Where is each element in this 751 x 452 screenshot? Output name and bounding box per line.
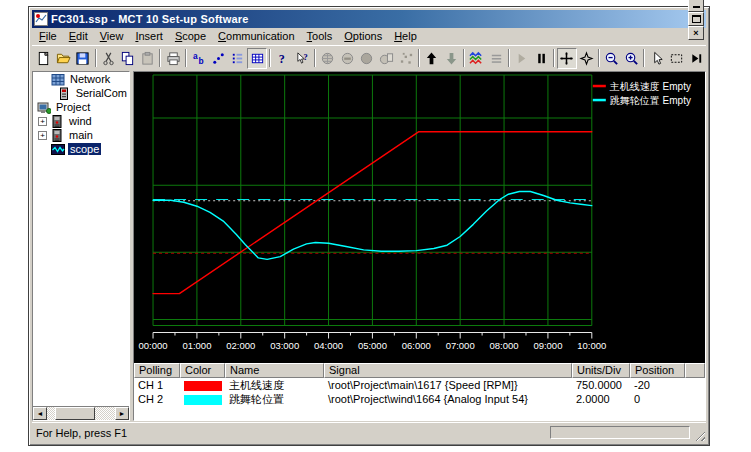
- statusbar: For Help, press F1: [32, 422, 706, 442]
- menu-item-options[interactable]: Options: [338, 29, 388, 43]
- menu-item-communication[interactable]: Communication: [212, 29, 300, 43]
- tree-item-wind[interactable]: +wind: [33, 114, 129, 128]
- param-setup-button[interactable]: ab: [189, 48, 209, 69]
- param-dots-button[interactable]: [208, 48, 228, 69]
- status-progress-box: [550, 426, 690, 439]
- tree-item-main[interactable]: +main: [33, 128, 129, 142]
- expand-toggle-icon[interactable]: +: [38, 117, 47, 126]
- project-computer-icon: [37, 101, 51, 114]
- new-button[interactable]: [34, 48, 54, 69]
- x-tick-label: 08:000: [490, 340, 519, 351]
- zoom-in-icon: [624, 51, 639, 66]
- column-header-color[interactable]: Color: [180, 363, 225, 378]
- column-header-units-div[interactable]: Units/Div: [572, 363, 630, 378]
- lines-icon: [489, 51, 504, 66]
- pause-poll-button[interactable]: [532, 48, 552, 69]
- menu-item-file[interactable]: File: [33, 29, 63, 43]
- help-button[interactable]: ?: [273, 48, 293, 69]
- column-header-signal[interactable]: Signal: [324, 363, 572, 378]
- minimize-button[interactable]: [688, 0, 704, 12]
- status-text: For Help, press F1: [36, 427, 127, 439]
- menu-item-edit[interactable]: Edit: [63, 29, 94, 43]
- print-button[interactable]: [163, 48, 183, 69]
- tree-hscrollbar[interactable]: ◄ ►: [33, 406, 129, 420]
- connect-button[interactable]: [318, 48, 338, 69]
- write-to-drive-button[interactable]: [422, 48, 442, 69]
- scrollbar-track[interactable]: [47, 407, 115, 420]
- channel-row-ch1[interactable]: CH 1主机线速度\root\Project\main\1617 {Speed …: [134, 378, 705, 392]
- stop-comm-button[interactable]: [338, 48, 358, 69]
- pan-button[interactable]: [557, 48, 577, 69]
- cut-button[interactable]: [99, 48, 119, 69]
- read-from-drive-button[interactable]: [441, 48, 461, 69]
- tree-item-project[interactable]: Project: [33, 100, 129, 114]
- x-tick-label: 01:000: [182, 340, 211, 351]
- zoom-out-icon: [604, 51, 619, 66]
- context-help-button[interactable]: ?: [293, 48, 313, 69]
- param-grid-button[interactable]: [247, 48, 267, 69]
- compare-button[interactable]: [396, 48, 416, 69]
- menu-item-scope[interactable]: Scope: [169, 29, 212, 43]
- cell-name: 跳舞轮位置: [225, 392, 324, 406]
- copy-button[interactable]: [118, 48, 138, 69]
- x-tick-label: 06:000: [402, 340, 431, 351]
- channel-row-ch2[interactable]: CH 2跳舞轮位置\root\Project\wind\1664 {Analog…: [134, 392, 705, 406]
- menu-item-tools[interactable]: Tools: [301, 29, 339, 43]
- param-list-button[interactable]: [228, 48, 248, 69]
- cell-units-div: 2.0000: [572, 392, 630, 406]
- record-button[interactable]: [357, 48, 377, 69]
- expand-toggle-icon[interactable]: +: [38, 131, 47, 140]
- drive-device-icon: [50, 115, 64, 128]
- step-end-button[interactable]: [686, 48, 706, 69]
- menu-item-insert[interactable]: Insert: [129, 29, 169, 43]
- open-button[interactable]: [54, 48, 74, 69]
- start-poll-button[interactable]: [512, 48, 532, 69]
- play-icon: [514, 51, 529, 66]
- menu-item-help[interactable]: Help: [388, 29, 423, 43]
- maximize-button[interactable]: [688, 12, 704, 26]
- pointer-button[interactable]: [647, 48, 667, 69]
- globe-icon: [320, 51, 335, 66]
- tree-item-label: Network: [68, 73, 112, 85]
- tree-item-serialcom[interactable]: SerialCom: [33, 86, 129, 100]
- tree-item-network[interactable]: Network: [33, 72, 129, 86]
- scope-wave-icon: [51, 143, 65, 156]
- scroll-right-button[interactable]: ►: [115, 407, 129, 420]
- menu-item-view[interactable]: View: [94, 29, 130, 43]
- scrollbar-thumb[interactable]: [55, 407, 95, 420]
- zoom-out-button[interactable]: [602, 48, 622, 69]
- tree-item-scope[interactable]: scope: [33, 142, 129, 156]
- channel-color-swatch: [184, 381, 222, 391]
- titlebar[interactable]: FC301.ssp - MCT 10 Set-up Software ×: [32, 10, 706, 28]
- x-tick-label: 02:000: [226, 340, 255, 351]
- save-button[interactable]: [73, 48, 93, 69]
- scope-list-button[interactable]: [486, 48, 506, 69]
- scope-chart-area[interactable]: 00:00001:00002:00003:00004:00005:00006:0…: [134, 72, 705, 363]
- export-button[interactable]: [377, 48, 397, 69]
- new-file-icon: [36, 51, 51, 66]
- circle-page-icon: [379, 51, 394, 66]
- toolbar-separator: [553, 49, 555, 67]
- column-header-polling[interactable]: Polling: [134, 363, 180, 378]
- copy-icon: [120, 51, 135, 66]
- cell-polling: CH 1: [134, 378, 180, 392]
- project-tree-panel: NetworkSerialComProject+wind+mainscope ◄…: [32, 71, 130, 421]
- x-tick-label: 03:000: [270, 340, 299, 351]
- tree-item-label: scope: [68, 143, 101, 155]
- column-header-name[interactable]: Name: [225, 363, 324, 378]
- channel-color-swatch: [184, 395, 222, 405]
- parameter-dots-icon: [211, 51, 226, 66]
- marquee-button[interactable]: [667, 48, 687, 69]
- x-tick-label: 04:000: [314, 340, 343, 351]
- resize-grip[interactable]: [693, 429, 705, 441]
- toolbar-separator: [643, 49, 645, 67]
- column-header-position[interactable]: Position: [630, 363, 685, 378]
- cell-units-div: 750.0000: [572, 378, 630, 392]
- window-title: FC301.ssp - MCT 10 Set-up Software: [51, 13, 687, 25]
- scroll-left-button[interactable]: ◄: [33, 407, 47, 420]
- zoom-in-button[interactable]: [622, 48, 642, 69]
- toolbar-separator: [185, 49, 187, 67]
- track-cursor-button[interactable]: [577, 48, 597, 69]
- paste-button[interactable]: [138, 48, 158, 69]
- scope-wave-button[interactable]: [467, 48, 487, 69]
